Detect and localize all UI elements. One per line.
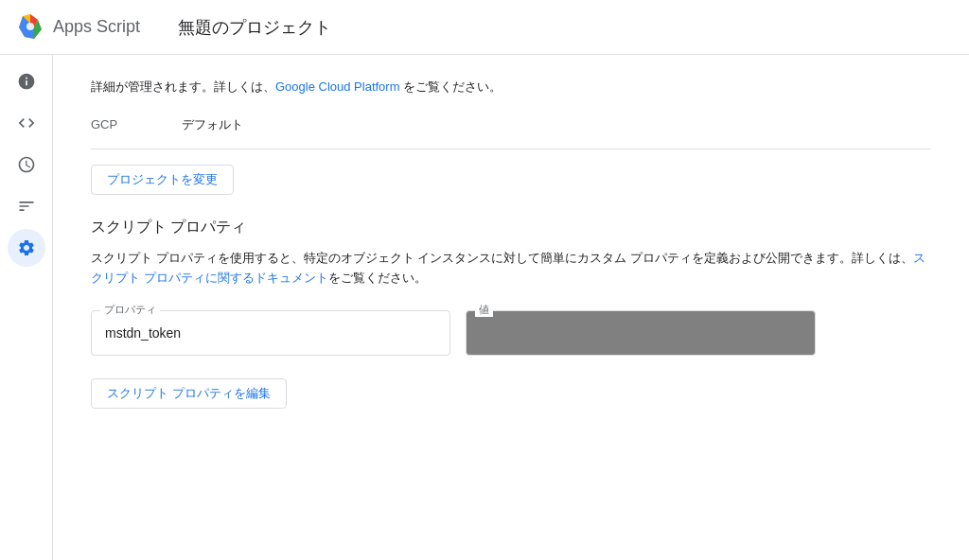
list-icon	[17, 197, 36, 216]
property-input[interactable]	[91, 310, 450, 356]
body-layout: 詳細が管理されます。詳しくは、Google Cloud Platform をご覧…	[0, 55, 969, 560]
app-logo: Apps Script	[15, 12, 140, 43]
change-project-button[interactable]: プロジェクトを変更	[91, 165, 234, 195]
edit-properties-button[interactable]: スクリプト プロパティを編集	[91, 378, 287, 409]
code-icon	[17, 114, 36, 132]
gcp-link[interactable]: Google Cloud Platform	[275, 79, 400, 94]
property-field-group: プロパティ	[91, 310, 450, 356]
value-field-group: 値	[466, 310, 816, 356]
sidebar-item-executions[interactable]	[8, 187, 45, 225]
main-content: 詳細が管理されます。詳しくは、Google Cloud Platform をご覧…	[53, 55, 969, 560]
script-properties-title: スクリプト プロパティ	[91, 218, 931, 237]
project-name-label: 無題のプロジェクト	[178, 16, 331, 39]
clock-icon	[17, 155, 36, 174]
value-label: 値	[475, 303, 493, 317]
info-icon	[17, 72, 36, 91]
settings-icon	[17, 238, 36, 257]
sidebar-item-settings[interactable]	[8, 229, 45, 267]
app-name-label: Apps Script	[53, 17, 140, 37]
svg-point-0	[26, 23, 34, 30]
sidebar-item-triggers[interactable]	[8, 146, 45, 184]
header: Apps Script 無題のプロジェクト	[0, 0, 969, 55]
sidebar-item-info[interactable]	[8, 62, 45, 100]
property-fields-row: プロパティ 値	[91, 310, 931, 356]
top-note-text: 詳細が管理されます。詳しくは、Google Cloud Platform をご覧…	[91, 78, 931, 97]
property-label: プロパティ	[100, 303, 160, 317]
apps-script-logo-icon	[15, 12, 45, 43]
value-box	[466, 310, 816, 356]
gcp-value: デフォルト	[182, 116, 243, 133]
gcp-row: GCP デフォルト	[91, 116, 931, 149]
sidebar-item-code[interactable]	[8, 104, 45, 142]
script-properties-desc: スクリプト プロパティを使用すると、特定のオブジェクト インスタンスに対して簡単…	[91, 249, 931, 289]
sidebar	[0, 55, 53, 560]
gcp-label: GCP	[91, 117, 136, 131]
